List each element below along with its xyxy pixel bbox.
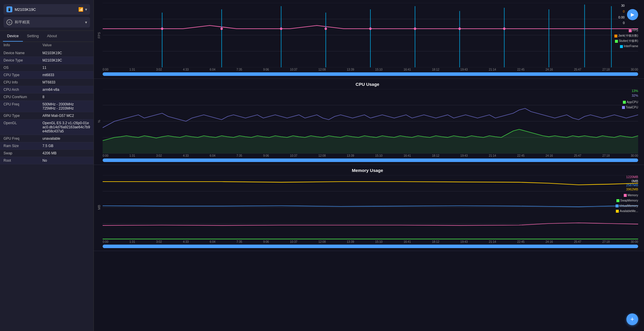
info-key: Root	[4, 158, 43, 163]
info-table-header: Info Value	[0, 42, 94, 48]
cpu-y-label: %	[97, 89, 101, 153]
device-name: M2103K19C	[15, 7, 36, 12]
info-row: RootNo	[0, 157, 94, 164]
memory-chart-area: MB 5,000 4,000 3,000 2,000 1,000 0	[97, 175, 638, 240]
info-row: CPU Freq500MHz - 2000MHz725MHz - 2203MHz	[0, 101, 94, 112]
fps-scrollbar-thumb[interactable]	[103, 72, 638, 76]
x-axis-label: 19:43	[460, 68, 468, 71]
memory-scrollbar[interactable]	[103, 245, 638, 248]
tab-setting[interactable]: Setting	[23, 31, 43, 42]
x-axis-label: 24:16	[545, 68, 553, 71]
cpu-svg: 75 25 0	[103, 89, 638, 153]
x-axis-label: 27:18	[602, 154, 610, 157]
cpu-scrollbar-thumb[interactable]	[103, 158, 638, 162]
device-row[interactable]: 📱 M2103K19C 📶 ▾	[4, 4, 90, 15]
x-axis-label: 13:39	[347, 154, 354, 157]
cpu-legend-total: TotalCPU	[626, 106, 638, 109]
info-value: 8	[43, 95, 90, 99]
cpu-legend-app: AppCPU	[627, 100, 638, 104]
x-axis-label: 0:00	[103, 240, 108, 243]
app-chevron-icon[interactable]: ▾	[85, 20, 87, 25]
virtual-value: 2587MB	[626, 183, 638, 187]
tab-about[interactable]: About	[43, 31, 61, 42]
wifi-icon[interactable]: 📶	[78, 7, 83, 12]
x-axis-label: 4:33	[183, 240, 189, 243]
device-icon: 📱	[6, 6, 12, 12]
mem-legend-memory: Memory	[628, 194, 638, 197]
info-row: OpenGLOpenGL ES 3.2 v1.r26p0-01eac0.db14…	[0, 120, 94, 135]
jank-current-value: 0	[623, 9, 625, 15]
info-row: CPU CoreNum8	[0, 93, 94, 101]
total-cpu-value: 32%	[632, 94, 638, 97]
x-axis-label: 21:14	[489, 154, 496, 157]
cpu-scrollbar[interactable]	[103, 158, 638, 162]
x-axis-label: 22:45	[517, 154, 524, 157]
x-axis-label: 6:04	[210, 240, 215, 243]
x-axis-label: 4:33	[183, 154, 189, 157]
x-axis-label: 0:00	[103, 154, 108, 157]
x-axis-label: 22:45	[517, 240, 524, 243]
sidebar: 📱 M2103K19C 📶 ▾ ◎ 和平精英 ▾ Device Setting …	[0, 0, 94, 331]
info-value: No	[43, 158, 90, 163]
memory-scrollbar-thumb[interactable]	[103, 245, 638, 248]
svg-point-21	[221, 28, 223, 30]
x-axis-label: 25:47	[574, 154, 581, 157]
x-axis-label: 10:37	[290, 240, 297, 243]
device-header: 📱 M2103K19C 📶 ▾ ◎ 和平精英 ▾	[0, 0, 94, 31]
memory-chart-section: Memory Usage MB 5,000 4,000 3,000 2,000 …	[94, 165, 644, 251]
main-content: FPS 75 50 25 0	[94, 0, 644, 331]
x-axis-label: 6:04	[210, 68, 215, 71]
info-row: Swap4206 MB	[0, 150, 94, 157]
chevron-down-icon[interactable]: ▾	[85, 7, 87, 12]
x-axis-label: 10:37	[290, 68, 297, 71]
info-value: M2103K19C	[43, 51, 90, 55]
x-axis-label: 3:02	[156, 240, 162, 243]
svg-point-26	[458, 28, 461, 30]
fps-chart-inner: 75 50 25 0	[103, 3, 638, 67]
x-axis-label: 30:00	[631, 68, 638, 71]
svg-point-27	[503, 28, 505, 30]
x-axis-label: 12:08	[318, 154, 326, 157]
info-row: OS11	[0, 64, 94, 71]
info-key: OS	[4, 66, 43, 70]
info-row: Ram Size7.5 GB	[0, 142, 94, 150]
tab-device[interactable]: Device	[3, 31, 23, 42]
x-axis-label: 15:10	[375, 68, 382, 71]
x-axis-label: 24:16	[545, 154, 553, 157]
info-value: 4206 MB	[43, 151, 90, 155]
x-axis-label: 9:06	[263, 68, 269, 71]
cpu-chart-inner: 75 25 0	[103, 89, 638, 153]
x-axis-label: 7:35	[236, 240, 242, 243]
fab-button[interactable]: +	[626, 313, 638, 325]
info-value: 11	[43, 66, 90, 70]
x-axis-label: 25:47	[574, 68, 581, 71]
app-row[interactable]: ◎ 和平精英 ▾	[4, 17, 90, 28]
fps-scrollbar[interactable]	[103, 72, 638, 76]
app-cpu-value: 13%	[632, 89, 638, 93]
mem-legend-virtual: VirtualMemory	[619, 204, 638, 207]
play-button[interactable]: ▶	[627, 9, 638, 20]
info-key: CPU CoreNum	[4, 95, 43, 99]
info-value: M2103K19C	[43, 58, 90, 62]
info-key: Device Type	[4, 58, 43, 62]
info-value: mt6833	[43, 73, 90, 77]
app-name: 和平精英	[15, 20, 30, 25]
info-value: ARM Mali-G57 MC2	[43, 114, 90, 118]
x-axis-label: 9:06	[263, 240, 269, 243]
info-value: MT6833	[43, 80, 90, 84]
x-axis-label: 16:41	[404, 240, 411, 243]
x-axis-label: 0:00	[103, 68, 108, 71]
fps-legend-jank: Jank(卡顿次数)	[618, 34, 638, 37]
fps-y-label: FPS	[97, 3, 101, 67]
x-axis-label: 15:10	[375, 154, 382, 157]
fps-legend-fps: FPS	[633, 29, 638, 32]
x-axis-label: 3:02	[156, 154, 162, 157]
info-key: Ram Size	[4, 144, 43, 148]
info-row: CPU InfoMT6833	[0, 79, 94, 86]
x-axis-label: 16:41	[404, 154, 411, 157]
x-axis-label: 1:31	[129, 240, 135, 243]
fps-chart-area: FPS 75 50 25 0	[97, 3, 638, 67]
info-table: Device NameM2103K19CDevice TypeM2103K19C…	[0, 48, 94, 331]
x-axis-label: 10:37	[290, 154, 297, 157]
memory-value: 1220MB	[626, 175, 638, 179]
